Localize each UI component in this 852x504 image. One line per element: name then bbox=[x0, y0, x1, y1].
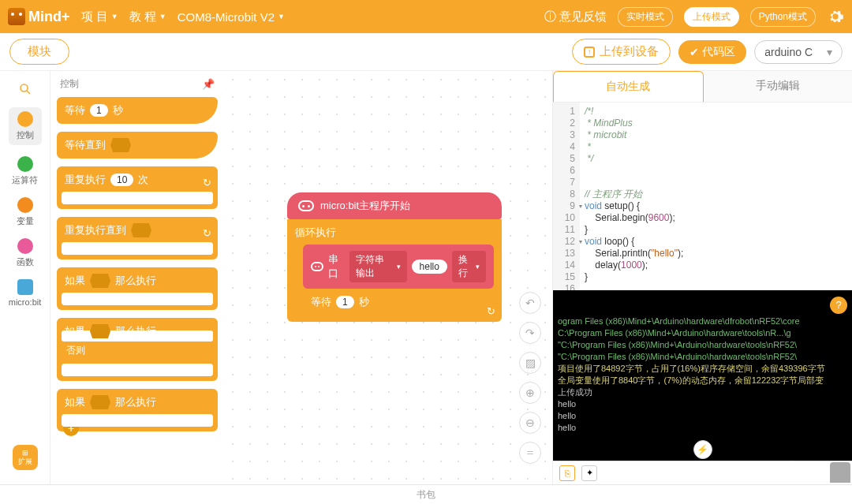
serial-print-block[interactable]: 串口 字符串输出 ▾ hello 换行 ▾ bbox=[303, 245, 494, 289]
menu-project[interactable]: 项 目▼ bbox=[81, 9, 118, 24]
language-select[interactable]: arduino C▾ bbox=[754, 40, 843, 64]
chevron-down-icon: ▼ bbox=[278, 13, 285, 21]
connection-bar: ⎘ ✦ bbox=[553, 461, 852, 484]
block-wait[interactable]: 等待 1 秒 bbox=[57, 97, 218, 124]
circle-icon bbox=[17, 111, 33, 127]
block-if-else[interactable]: 如果 那么执行 否则 bbox=[57, 318, 218, 381]
feedback-link[interactable]: ⓘ 意见反馈 bbox=[544, 9, 607, 24]
comport-selector[interactable]: COM8-Microbit V2▼ bbox=[178, 10, 285, 24]
redo-button[interactable]: ↷ bbox=[519, 322, 541, 344]
zoom-in-button[interactable]: ⊕ bbox=[519, 382, 541, 404]
top-bar: Mind+ 项 目▼ 教 程▼ COM8-Microbit V2▼ ⓘ 意见反馈… bbox=[0, 0, 852, 33]
loop-arrow-icon: ↻ bbox=[203, 227, 211, 239]
search-button[interactable] bbox=[18, 82, 32, 96]
bottom-bar[interactable]: 书包 bbox=[0, 484, 852, 504]
serial-mode-dropdown[interactable]: 字符串输出 ▾ bbox=[349, 251, 407, 282]
category-operators[interactable]: 运算符 bbox=[12, 156, 38, 186]
zoom-out-button[interactable]: ⊖ bbox=[519, 412, 541, 434]
right-panel: 自动生成 手动编辑 12345678910111213141516 /*! * … bbox=[552, 71, 852, 484]
code-area-button[interactable]: ✔代码区 bbox=[678, 40, 746, 64]
boolean-slot[interactable] bbox=[90, 274, 110, 288]
tab-auto-generate[interactable]: 自动生成 bbox=[553, 71, 704, 102]
upload-to-device-button[interactable]: ↑ 上传到设备 bbox=[572, 39, 671, 65]
block-wait-until[interactable]: 等待直到 bbox=[57, 132, 218, 159]
disconnect-button[interactable]: ⚡ bbox=[693, 440, 712, 459]
chevron-down-icon: ▼ bbox=[111, 13, 118, 21]
undo-button[interactable]: ↶ bbox=[519, 292, 541, 314]
boolean-slot[interactable] bbox=[131, 223, 151, 237]
zoom-reset-button[interactable]: ＝ bbox=[519, 442, 541, 464]
boolean-slot[interactable] bbox=[110, 138, 131, 152]
wait-block[interactable]: 等待 1 秒 bbox=[303, 289, 494, 315]
chevron-down-icon: ▼ bbox=[159, 13, 166, 21]
tab-manual-edit[interactable]: 手动编辑 bbox=[704, 71, 853, 102]
usb-connected-icon[interactable]: ⎘ bbox=[559, 465, 575, 481]
palette-header: 控制 📌 bbox=[57, 77, 218, 97]
logo-text: Mind+ bbox=[28, 9, 70, 25]
number-input[interactable]: 1 bbox=[336, 296, 354, 308]
category-control[interactable]: 控制 bbox=[9, 107, 42, 145]
chip-icon bbox=[17, 279, 33, 295]
modules-button[interactable]: 模块 bbox=[9, 39, 69, 65]
help-button[interactable]: ? bbox=[830, 297, 847, 314]
mode-upload-button[interactable]: 上传模式 bbox=[684, 7, 739, 27]
block-repeat[interactable]: 重复执行 10 次 ↻ bbox=[57, 166, 218, 209]
block-repeat-until[interactable]: 重复执行直到 ↻ bbox=[57, 217, 218, 259]
block-if[interactable]: 如果 那么执行 bbox=[57, 267, 218, 310]
number-input[interactable]: 10 bbox=[110, 174, 133, 186]
hat-block[interactable]: micro:bit主程序开始 bbox=[287, 192, 502, 219]
category-sidebar: 控制 运算符 变量 函数 micro:bit ⊞ 扩展 bbox=[0, 71, 50, 484]
code-tabs: 自动生成 手动编辑 bbox=[553, 71, 852, 103]
block-palette: 控制 📌 等待 1 秒 等待直到 重复执行 10 次 ↻ 重复执行直到 ↻ 如果… bbox=[50, 71, 224, 484]
script-stack[interactable]: micro:bit主程序开始 循环执行 串口 字符串输出 ▾ hello 换行 … bbox=[287, 192, 502, 322]
forever-loop-block[interactable]: 循环执行 串口 字符串输出 ▾ hello 换行 ▾ 等待 1 秒 ↻ bbox=[287, 219, 502, 322]
category-microbit[interactable]: micro:bit bbox=[9, 279, 42, 307]
extension-button[interactable]: ⊞ 扩展 bbox=[13, 445, 38, 470]
gear-icon[interactable] bbox=[827, 8, 844, 25]
toolbar-secondary: 模块 ↑ 上传到设备 ✔代码区 arduino C▾ bbox=[0, 33, 852, 71]
main-area: 控制 运算符 变量 函数 micro:bit ⊞ 扩展 控制 📌 等待 bbox=[0, 71, 852, 484]
code-editor[interactable]: 12345678910111213141516 /*! * MindPlus *… bbox=[553, 103, 852, 290]
menu-tutorial[interactable]: 教 程▼ bbox=[129, 9, 166, 24]
microbit-icon bbox=[298, 200, 314, 211]
mode-python-button[interactable]: Python模式 bbox=[750, 7, 816, 27]
circle-icon bbox=[17, 197, 33, 213]
logo-icon bbox=[8, 8, 25, 25]
line-gutter: 12345678910111213141516 bbox=[553, 103, 580, 290]
category-functions[interactable]: 函数 bbox=[17, 238, 34, 268]
watermark-logo bbox=[830, 462, 850, 483]
script-canvas[interactable]: micro:bit主程序开始 循环执行 串口 字符串输出 ▾ hello 换行 … bbox=[224, 71, 552, 484]
question-icon: ⓘ bbox=[544, 9, 556, 24]
newline-dropdown[interactable]: 换行 ▾ bbox=[452, 251, 486, 282]
mode-realtime-button[interactable]: 实时模式 bbox=[618, 7, 673, 27]
backpack-label: 书包 bbox=[417, 488, 435, 502]
search-icon bbox=[18, 82, 32, 96]
serial-terminal[interactable]: ? ogram Files (x86)\Mind+\Arduino\hardwa… bbox=[553, 290, 852, 461]
check-icon: ✔ bbox=[689, 46, 699, 58]
svg-point-0 bbox=[21, 84, 28, 91]
circle-icon bbox=[17, 238, 33, 254]
app-logo: Mind+ bbox=[8, 8, 70, 25]
circle-icon bbox=[17, 156, 33, 172]
chevron-down-icon: ▾ bbox=[827, 46, 832, 58]
svg-line-1 bbox=[27, 91, 30, 94]
pin-icon[interactable]: 📌 bbox=[202, 78, 215, 90]
number-input[interactable]: 1 bbox=[90, 104, 108, 117]
text-input[interactable]: hello bbox=[412, 259, 447, 274]
category-variables[interactable]: 变量 bbox=[17, 197, 34, 227]
block-if-plus[interactable]: 如果 那么执行 + bbox=[57, 389, 218, 431]
boolean-slot[interactable] bbox=[90, 324, 110, 338]
upload-icon: ↑ bbox=[584, 47, 595, 58]
microbit-icon bbox=[311, 262, 323, 271]
tidy-button[interactable]: ▨ bbox=[519, 352, 541, 374]
add-branch-button[interactable]: + bbox=[63, 420, 79, 436]
usb-alt-icon[interactable]: ✦ bbox=[581, 465, 597, 481]
canvas-controls: ↶ ↷ ▨ ⊕ ⊖ ＝ bbox=[519, 292, 541, 464]
loop-arrow-icon: ↻ bbox=[487, 305, 495, 317]
code-source: /*! * MindPlus * microbit * */ // 主程序 开始… bbox=[580, 103, 852, 290]
else-label: 否则 bbox=[62, 343, 213, 357]
extension-icon: ⊞ bbox=[22, 449, 28, 457]
boolean-slot[interactable] bbox=[90, 395, 110, 409]
loop-arrow-icon: ↻ bbox=[203, 177, 211, 189]
